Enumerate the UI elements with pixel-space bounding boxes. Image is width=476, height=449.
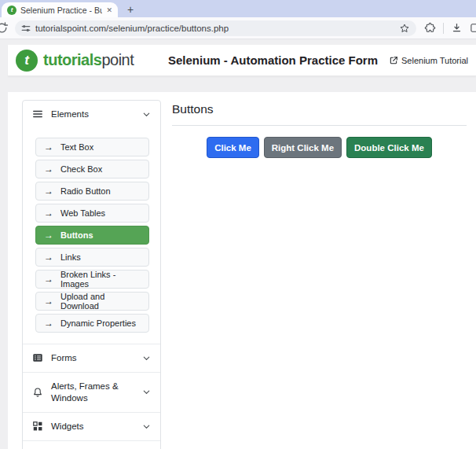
extensions-puzzle-icon[interactable] xyxy=(424,22,436,34)
arrow-right-icon: → xyxy=(44,230,53,240)
sidebar-item-radio-button[interactable]: →Radio Button xyxy=(35,182,149,201)
sidebar-item-check-box[interactable]: →Check Box xyxy=(35,160,149,178)
address-bar[interactable]: tutorialspoint.com/selenium/practice/but… xyxy=(15,20,416,36)
sidebar-item-text-box[interactable]: →Text Box xyxy=(35,138,149,156)
click-me-button[interactable]: Click Me xyxy=(207,137,259,158)
sidebar-item-label: Dynamic Properties xyxy=(60,318,136,328)
sidebar-section-interaction[interactable]: Interaction xyxy=(23,440,160,449)
arrow-right-icon: → xyxy=(44,164,53,174)
sidebar-item-dynamic-properties[interactable]: →Dynamic Properties xyxy=(35,314,149,333)
toolbar-actions xyxy=(424,22,476,34)
sidebar-item-label: Check Box xyxy=(60,164,102,174)
page-main-title: Selenium - Automation Practice Form xyxy=(157,53,389,67)
reload-icon xyxy=(0,21,9,35)
arrow-right-icon: → xyxy=(44,274,53,284)
section-label-widgets: Widgets xyxy=(51,421,84,432)
tutorialspoint-favicon-icon: t xyxy=(7,6,16,15)
buttons-row: Click Me Right Click Me Double Click Me xyxy=(172,137,467,158)
browser-tab[interactable]: t Selenium Practice - Buttons ✕ xyxy=(2,2,118,17)
site-header: t tutorialspoint Selenium - Automation P… xyxy=(8,45,476,76)
arrow-right-icon: → xyxy=(44,296,53,306)
content-area: Elements →Text Box →Check Box →Radio But… xyxy=(8,92,476,449)
sidebar-item-broken-links-images[interactable]: →Broken Links - Images xyxy=(35,270,149,289)
browser-tab-strip: t Selenium Practice - Buttons ✕ + xyxy=(0,0,476,17)
external-link-icon xyxy=(389,56,398,65)
chevron-down-icon xyxy=(142,388,151,396)
sidebar-section-elements[interactable]: Elements xyxy=(23,101,160,128)
sidebar-item-label: Links xyxy=(60,252,81,262)
tab-title: Selenium Practice - Buttons xyxy=(20,6,102,15)
elements-item-list: →Text Box →Check Box →Radio Button →Web … xyxy=(23,128,160,344)
new-tab-button[interactable]: + xyxy=(127,4,134,15)
selenium-tutorial-link[interactable]: Selenium Tutorial xyxy=(389,56,468,65)
download-icon[interactable] xyxy=(451,22,463,34)
sidebar-item-label: Upload and Download xyxy=(60,292,141,311)
sidebar-item-web-tables[interactable]: →Web Tables xyxy=(35,204,149,223)
right-click-me-button[interactable]: Right Click Me xyxy=(264,137,342,158)
tutorialspoint-logo-icon: t xyxy=(16,50,38,72)
tab-close-icon[interactable]: ✕ xyxy=(106,6,112,14)
main-panel: Buttons Click Me Right Click Me Double C… xyxy=(161,92,476,449)
chevron-down-icon xyxy=(142,110,151,119)
selenium-tutorial-link-label: Selenium Tutorial xyxy=(401,56,468,65)
section-label-elements: Elements xyxy=(51,109,89,120)
site-settings-tune-icon[interactable] xyxy=(21,24,31,33)
arrow-right-icon: → xyxy=(44,252,53,262)
bookmark-star-icon[interactable] xyxy=(399,23,410,34)
sidebar: Elements →Text Box →Check Box →Radio But… xyxy=(22,100,161,449)
arrow-right-icon: → xyxy=(44,208,53,218)
double-click-me-button[interactable]: Double Click Me xyxy=(346,137,432,158)
brand-text-primary: tutorials xyxy=(43,51,101,68)
arrow-right-icon: → xyxy=(44,318,53,328)
heading-divider xyxy=(172,125,467,126)
section-label-forms: Forms xyxy=(51,352,77,364)
side-panel-icon[interactable] xyxy=(470,22,476,34)
sidebar-item-upload-and-download[interactable]: →Upload and Download xyxy=(35,292,149,311)
sidebar-item-label: Buttons xyxy=(60,230,93,240)
sidebar-item-label: Text Box xyxy=(60,142,93,152)
bell-icon xyxy=(32,387,43,398)
chevron-down-icon xyxy=(142,354,151,363)
sidebar-section-alerts-frames-windows[interactable]: Alerts, Frames & Windows xyxy=(23,372,160,412)
reload-button[interactable] xyxy=(0,21,9,35)
sidebar-item-links[interactable]: →Links xyxy=(35,248,149,267)
form-icon xyxy=(32,352,43,363)
toolbar-separator xyxy=(443,23,444,34)
arrow-right-icon: → xyxy=(44,142,53,152)
brand-logo[interactable]: t tutorialspoint xyxy=(16,50,157,72)
brand-text: tutorialspoint xyxy=(43,51,134,69)
page-heading: Buttons xyxy=(172,102,467,116)
arrow-right-icon: → xyxy=(44,186,53,196)
sidebar-item-label: Web Tables xyxy=(60,208,105,218)
chevron-down-icon xyxy=(142,422,151,431)
sidebar-section-widgets[interactable]: Widgets xyxy=(23,412,160,440)
sidebar-item-label: Radio Button xyxy=(60,186,111,196)
sidebar-item-buttons[interactable]: →Buttons xyxy=(35,226,149,245)
browser-toolbar: tutorialspoint.com/selenium/practice/but… xyxy=(0,17,476,39)
section-label-alerts-frames-windows: Alerts, Frames & Windows xyxy=(51,381,128,404)
widgets-icon xyxy=(32,421,43,432)
url-text: tutorialspoint.com/selenium/practice/but… xyxy=(35,24,394,33)
hamburger-icon xyxy=(32,109,43,120)
sidebar-section-forms[interactable]: Forms xyxy=(23,344,160,372)
sidebar-item-label: Broken Links - Images xyxy=(60,270,141,289)
brand-text-secondary: point xyxy=(101,51,134,68)
